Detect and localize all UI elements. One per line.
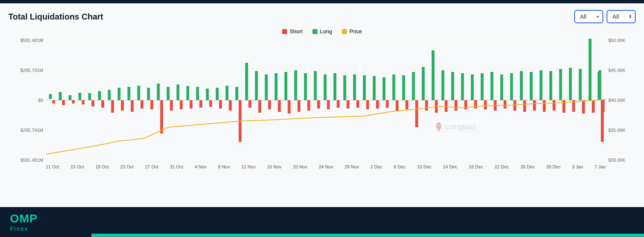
legend-long: Long [312, 28, 332, 35]
svg-rect-93 [481, 73, 484, 100]
long-color [312, 29, 317, 34]
svg-rect-63 [334, 73, 337, 100]
x-label-18: 18 Dec [469, 164, 483, 169]
svg-rect-78 [406, 100, 408, 109]
x-label-2: 15 Oct [71, 164, 84, 169]
legend-price: Price [342, 28, 362, 35]
y-left-1: $591.481M [12, 38, 43, 43]
svg-rect-18 [111, 100, 114, 113]
svg-rect-66 [347, 100, 349, 109]
svg-rect-103 [530, 72, 533, 100]
svg-rect-6 [52, 100, 55, 104]
svg-rect-30 [170, 100, 173, 111]
legend-long-label: Long [320, 28, 332, 35]
period-dropdown[interactable]: All1H4H1D [607, 10, 636, 23]
x-label-19: 22 Dec [494, 164, 509, 169]
x-label-17: 14 Dec [443, 164, 457, 169]
svg-rect-97 [500, 74, 503, 100]
svg-rect-70 [366, 100, 369, 109]
svg-rect-15 [98, 91, 101, 100]
svg-rect-108 [553, 100, 556, 111]
y-right-4: $35.00K [608, 128, 632, 133]
svg-rect-65 [343, 75, 346, 100]
x-label-1: 11 Oct [46, 164, 59, 169]
y-left-4: $295.741M [12, 128, 43, 133]
svg-rect-24 [140, 100, 143, 109]
svg-rect-9 [69, 95, 71, 100]
footer: OMP Finex [0, 207, 644, 237]
x-label-11: 20 Nov [293, 164, 307, 169]
svg-rect-67 [353, 74, 356, 100]
svg-rect-47 [255, 71, 258, 100]
svg-rect-79 [412, 72, 415, 100]
svg-rect-21 [128, 87, 130, 100]
svg-rect-45 [245, 63, 248, 100]
svg-rect-56 [297, 100, 300, 112]
svg-rect-53 [285, 72, 288, 100]
svg-rect-119 [597, 72, 600, 100]
svg-rect-54 [288, 100, 290, 114]
svg-rect-13 [88, 93, 91, 100]
svg-rect-39 [216, 88, 219, 100]
svg-rect-60 [317, 100, 320, 109]
y-right-1: $50.00K [608, 38, 632, 43]
x-label-22: 3 Jan [572, 164, 583, 169]
svg-rect-101 [520, 71, 523, 100]
asset-dropdown[interactable]: AllBTCETH [574, 10, 603, 23]
svg-rect-92 [474, 100, 477, 109]
svg-rect-72 [376, 100, 379, 109]
x-label-6: 31 Oct [170, 164, 183, 169]
x-axis: 11 Oct 15 Oct 19 Oct 23 Oct 27 Oct 31 Oc… [12, 163, 606, 169]
svg-rect-94 [484, 100, 487, 109]
svg-rect-58 [307, 100, 310, 111]
svg-rect-111 [569, 68, 572, 100]
svg-rect-88 [455, 100, 457, 111]
svg-rect-57 [304, 73, 307, 100]
svg-rect-14 [91, 100, 94, 106]
svg-rect-36 [199, 100, 202, 108]
svg-rect-64 [337, 100, 340, 108]
x-label-14: 2 Dec [371, 164, 383, 169]
svg-rect-87 [451, 72, 454, 100]
chart-container: Total Liquidations Chart AllBTCETH All1H… [0, 3, 644, 207]
svg-rect-52 [278, 100, 281, 112]
svg-rect-104 [533, 100, 536, 111]
x-label-10: 16 Nov [267, 164, 282, 169]
logo-omp: OMP [10, 212, 38, 225]
x-label-4: 23 Oct [120, 164, 133, 169]
svg-rect-11 [79, 93, 81, 100]
svg-rect-25 [147, 88, 150, 100]
logo-finex: Finex [10, 225, 38, 232]
svg-rect-16 [101, 100, 104, 108]
svg-rect-48 [258, 100, 261, 113]
chart-title: Total Liquidations Chart [8, 12, 103, 22]
svg-rect-74 [386, 100, 389, 108]
x-label-16: 10 Dec [417, 164, 432, 169]
x-label-20: 26 Dec [520, 164, 535, 169]
svg-rect-17 [108, 90, 111, 100]
svg-rect-22 [131, 100, 134, 112]
svg-rect-50 [268, 100, 271, 109]
svg-rect-12 [82, 100, 85, 104]
y-left-2: $295.741M [12, 68, 43, 73]
svg-rect-71 [373, 76, 376, 100]
svg-rect-91 [471, 74, 474, 100]
svg-rect-107 [549, 71, 552, 100]
svg-rect-69 [363, 75, 366, 100]
svg-rect-49 [265, 74, 268, 100]
svg-rect-20 [121, 100, 124, 111]
svg-rect-7 [59, 92, 61, 100]
footer-teal-bar [91, 234, 644, 237]
svg-rect-76 [396, 100, 398, 111]
y-left-3: $0 [12, 98, 43, 103]
y-left-5: $591.481M [12, 158, 43, 163]
svg-rect-34 [189, 100, 192, 109]
svg-rect-95 [491, 72, 494, 100]
price-color [342, 29, 347, 34]
svg-rect-59 [314, 71, 317, 100]
chart-legend: Short Long Price [8, 28, 636, 35]
svg-rect-19 [118, 88, 120, 100]
svg-rect-120 [601, 100, 604, 142]
svg-rect-85 [441, 70, 444, 100]
svg-rect-5 [49, 94, 52, 99]
